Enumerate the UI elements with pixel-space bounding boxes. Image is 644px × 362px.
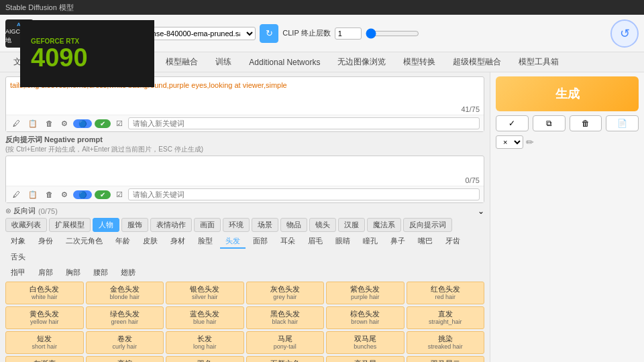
neg-toolbar: 🖊 📋 🗑 ⚙ 🔵 ✔ ☑ (6, 186, 484, 202)
sub-tab-id[interactable]: 身份 (33, 235, 58, 249)
negative-prompt-input[interactable] (128, 188, 480, 200)
prompt-settings-btn[interactable]: ⚙ (58, 118, 70, 129)
tag-light-brown[interactable]: 亮棕light brown hair (86, 356, 164, 362)
cat-tab-item[interactable]: 物品 (280, 218, 307, 232)
pen-edit-btn[interactable]: ✏ (526, 137, 534, 147)
sub-tab-eyebrow[interactable]: 眉毛 (303, 235, 328, 249)
sub-tab-hair[interactable]: 头发 (220, 235, 246, 249)
tag-streaked-hair[interactable]: 挑染streaked hair (407, 331, 485, 354)
sub-tab-anime[interactable]: 二次元角色 (60, 235, 108, 249)
sub-tab-eye[interactable]: 眼睛 (330, 235, 356, 249)
cat-tab-hanfu[interactable]: 汉服 (338, 218, 365, 232)
prompt-clear-btn[interactable]: 🗑 (43, 118, 56, 129)
tag-multicolor[interactable]: 五颜六色multicolored hair (246, 356, 325, 362)
tag-red-hair[interactable]: 红色头发red hair (407, 282, 485, 304)
tab-model-convert[interactable]: 模型转换 (395, 54, 443, 70)
sub-tab-face-shape[interactable]: 脸型 (193, 235, 218, 249)
clip-slider[interactable] (366, 28, 419, 39)
neg-copy-btn[interactable]: 📋 (25, 189, 40, 200)
save-result-btn[interactable]: 📄 (606, 115, 639, 131)
confirm-btn[interactable]: ✓ (496, 115, 529, 131)
neg-toggle-blue-btn[interactable]: 🔵 (73, 190, 92, 199)
tag-straight-hair[interactable]: 直发straight_hair (407, 306, 485, 329)
neg-counter: 0/75 (6, 175, 484, 186)
tag-purple-hair[interactable]: 紫色头发purple hair (326, 282, 405, 304)
tab-train[interactable]: 训练 (207, 54, 239, 70)
prompt-copy-btn[interactable]: 📋 (25, 118, 40, 129)
tag-brown-hair[interactable]: 棕色头发brown hair (326, 306, 405, 329)
tab-image-browser[interactable]: 无边图像浏览 (329, 54, 394, 70)
tag-green-hair[interactable]: 绿色头发green hair (86, 306, 164, 329)
toggle-green-btn[interactable]: ✔ (95, 119, 111, 128)
copy-result-btn[interactable]: ⧉ (533, 115, 566, 131)
sub-tab-teeth[interactable]: 牙齿 (440, 235, 466, 249)
tab-additional-networks[interactable]: Additional Networks (241, 55, 328, 70)
tag-yellow-hair[interactable]: 黄色头发yellow hair (5, 306, 84, 329)
sub-tab-shoulder[interactable]: 肩部 (33, 266, 58, 279)
prompt-check-btn[interactable]: ☑ (113, 118, 125, 129)
cat-tab-ext[interactable]: 扩展模型 (49, 218, 91, 232)
cat-tab-lens[interactable]: 镜头 (309, 218, 336, 232)
clip-label: CLIP 终止层数 (282, 28, 330, 38)
tag-white-hair[interactable]: 白色头发white hair (5, 282, 84, 304)
sub-tab-nose[interactable]: 鼻子 (385, 235, 411, 249)
tag-high-ponytail[interactable]: 高马尾high gomtail (326, 356, 405, 362)
cat-tab-neg[interactable]: 反向提示词 (403, 218, 452, 232)
tag-twintails[interactable]: 双马尾二twintails (407, 356, 485, 362)
cat-tab-expr[interactable]: 表情动作 (150, 218, 192, 232)
tag-grey-hair[interactable]: 灰色头发grey hair (246, 282, 325, 304)
clip-input[interactable] (335, 27, 362, 40)
sub-tab-skin[interactable]: 皮肤 (138, 235, 163, 249)
tag-ponytail[interactable]: 马尾pony-tail (246, 331, 325, 354)
prompt-edit-btn[interactable]: 🖊 (10, 118, 23, 129)
neg-check-btn[interactable]: ☑ (113, 189, 125, 200)
tab-model-tools[interactable]: 模型工具箱 (511, 54, 567, 70)
sub-tab-pupil[interactable]: 瞳孔 (358, 235, 383, 249)
fanword-label: ⊙ 反向词 (5, 206, 36, 216)
tag-blue-hair[interactable]: 蓝色头发blue hair (166, 306, 244, 329)
positive-prompt-input[interactable] (128, 117, 480, 129)
delete-result-btn[interactable]: 🗑 (570, 115, 602, 131)
sub-tab-ear[interactable]: 耳朵 (275, 235, 301, 249)
tag-short-hair[interactable]: 短发short hair (5, 331, 84, 354)
tag-twintails-bunches[interactable]: 双马尾bunches (326, 331, 405, 354)
cat-tab-magic[interactable]: 魔法系 (367, 218, 401, 232)
fanword-chevron[interactable]: ⌄ (478, 206, 484, 216)
sub-tab-obj[interactable]: 对象 (5, 235, 31, 249)
cat-tab-cloth[interactable]: 服饰 (121, 218, 148, 232)
generate-button[interactable]: 生成 (496, 76, 639, 111)
tag-two-tone[interactable]: 双色two-tone hair (166, 356, 244, 362)
sub-tab-chest[interactable]: 胸部 (60, 266, 86, 279)
tag-curly-hair[interactable]: 卷发curly hair (86, 331, 164, 354)
sub-tab-face[interactable]: 面部 (248, 235, 273, 249)
fanword-count: (0/75) (38, 207, 58, 215)
cat-tab-fav[interactable]: 收藏列表 (5, 218, 47, 232)
cat-tab-scene[interactable]: 场景 (252, 218, 278, 232)
sub-tab-nail[interactable]: 指甲 (5, 266, 31, 279)
toggle-blue-btn[interactable]: 🔵 (73, 119, 92, 128)
x-select[interactable]: × (496, 135, 523, 149)
cat-tab-person[interactable]: 人物 (93, 218, 119, 232)
sub-tab-tongue[interactable]: 舌头 (5, 251, 31, 263)
tab-model-merge[interactable]: 模型融合 (158, 54, 206, 70)
tag-grey-gradient[interactable]: 灰渐变grey gradient hair (5, 356, 84, 362)
sub-tab-mouth[interactable]: 嘴巴 (413, 235, 438, 249)
sub-tab-age[interactable]: 年龄 (110, 235, 136, 249)
neg-text (6, 156, 484, 175)
neg-toggle-green-btn[interactable]: ✔ (95, 190, 111, 199)
cat-tab-env[interactable]: 环境 (223, 218, 250, 232)
left-panel: GEFORCE RTX 4090 tails,long sleeves,horn… (0, 72, 490, 362)
tag-blonde-hair[interactable]: 金色头发blonde hair (86, 282, 164, 304)
refresh-vae-icon[interactable]: ↻ (260, 24, 278, 43)
tab-super-merge[interactable]: 超级模型融合 (445, 54, 509, 70)
tag-silver-hair[interactable]: 银色头发silver hair (166, 282, 244, 304)
tag-long-hair[interactable]: 长发long hair (166, 331, 244, 354)
cat-tab-picture[interactable]: 画面 (194, 218, 221, 232)
neg-clear-btn[interactable]: 🗑 (43, 189, 56, 200)
neg-settings-btn[interactable]: ⚙ (58, 189, 70, 200)
sub-tab-wings[interactable]: 翅膀 (115, 266, 141, 279)
tag-black-hair[interactable]: 黑色头发black hair (246, 306, 325, 329)
sub-tab-waist[interactable]: 腰部 (88, 266, 113, 279)
neg-edit-btn[interactable]: 🖊 (10, 189, 23, 200)
sub-tab-body[interactable]: 身材 (165, 235, 191, 249)
